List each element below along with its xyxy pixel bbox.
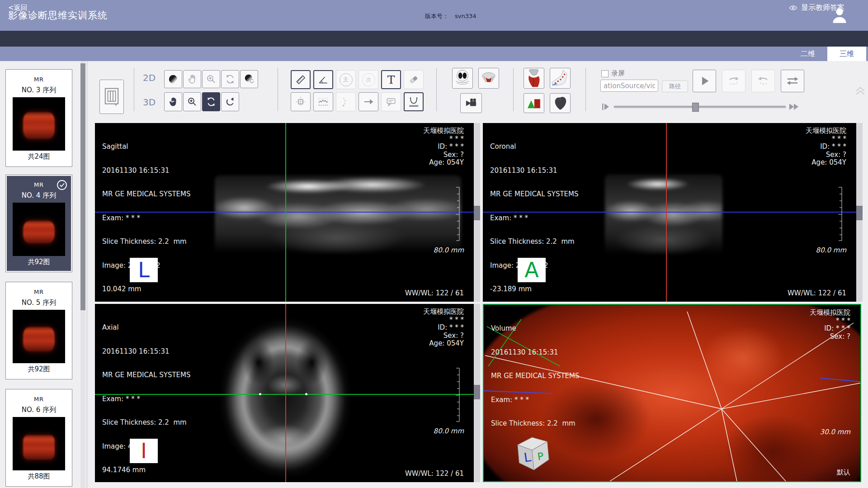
invert-window-button[interactable] [240, 70, 258, 88]
series-card-4[interactable]: MR NO. 4 序列 共92图 [5, 175, 72, 272]
pane-hospital: 天堰模拟医院 [810, 309, 850, 317]
pane-age: Age: 054Y [423, 159, 464, 167]
app-root: { "header": { "title": "影像诊断思维实训系统", "ve… [0, 0, 868, 488]
orientation-cube[interactable]: L P [509, 433, 551, 475]
pane-position: -23.189 mm [490, 285, 579, 294]
comment-annotation-button[interactable] [381, 92, 401, 111]
pelvis-animation-button[interactable] [478, 68, 499, 89]
video-path-input[interactable] [600, 80, 658, 92]
text-annotation-button[interactable]: T [381, 70, 401, 89]
series-card-3[interactable]: MR NO. 3 序列 共24图 [5, 69, 72, 167]
path-button[interactable]: 路径 [662, 81, 688, 92]
foot-animation-button[interactable] [550, 68, 571, 89]
zoom-2d-button[interactable] [202, 70, 220, 88]
arc-icon [340, 96, 352, 108]
pane-datetime: 20161130 16:15:31 [490, 167, 579, 175]
viewport-volume[interactable]: Volume 20161130 16:15:31 MR GE MEDICAL S… [483, 304, 861, 482]
primary-line-button[interactable]: 主 [336, 70, 356, 89]
animation-slider-track[interactable] [614, 106, 786, 108]
zoom-in-icon [187, 96, 198, 107]
curve-profile-button[interactable] [313, 92, 333, 111]
coronal-image [605, 175, 722, 254]
coronal-slice-scrollbar-thumb[interactable] [856, 206, 863, 220]
series-card-5[interactable]: MR NO. 5 序列 共92图 [5, 282, 72, 379]
reset-rotation-button[interactable] [221, 92, 239, 111]
viewport-coronal[interactable]: Coronal 20161130 16:15:31 MR GE MEDICAL … [483, 123, 856, 302]
step-start-icon [601, 103, 611, 111]
swap-arrows-icon [786, 74, 799, 88]
layout-selector-button[interactable] [99, 80, 124, 114]
series-modality: MR [34, 396, 44, 403]
pane-hospital: 天堰模拟医院 [806, 127, 846, 135]
hand-solid-icon [168, 96, 179, 107]
measure-angle-button[interactable] [313, 70, 333, 89]
step-last-button[interactable] [788, 103, 800, 113]
pane-stars: * * * [810, 317, 850, 325]
tab-2d[interactable]: 二维 [790, 47, 826, 61]
back-button[interactable]: <返回 [8, 4, 28, 12]
pan-3d-button[interactable] [164, 92, 182, 111]
crosshair-sync-button[interactable] [291, 92, 311, 111]
sidebar-divider [87, 61, 87, 488]
rotate-2d-button[interactable] [221, 70, 239, 88]
arc-tool-button[interactable] [336, 92, 356, 111]
record-screen-checkbox[interactable] [601, 70, 609, 77]
import-video-button[interactable] [460, 93, 482, 113]
check-circle-icon [56, 179, 68, 191]
rotate-3d-button[interactable] [202, 92, 220, 111]
viewport-sagittal[interactable]: Sagittal 20161130 16:15:31 MR GE MEDICAL… [95, 123, 474, 302]
swap-direction-button[interactable] [781, 70, 804, 92]
contrast-icon [167, 73, 179, 85]
window-level-2d-button[interactable] [164, 70, 182, 88]
play-animation-button[interactable] [693, 70, 716, 92]
loop-forward-button[interactable] [722, 70, 745, 92]
knee-animation-button[interactable] [524, 68, 544, 89]
axial-slice-scrollbar-thumb[interactable] [474, 385, 480, 399]
show-teacher-answer-button[interactable]: 显示教师答案 [789, 3, 844, 13]
sidebar-scrollbar-thumb[interactable] [80, 63, 85, 310]
step-first-button[interactable] [601, 103, 611, 113]
pane-position: 94.1746 mm [102, 466, 191, 474]
version-value: svn334 [455, 13, 476, 19]
pane-device: MR GE MEDICAL SYSTEMS [491, 372, 580, 380]
wwwl-label: WW/WL: 122 / 61 [405, 469, 464, 478]
axial-crosshair-vertical[interactable] [285, 304, 286, 482]
heart-3d-animation-button[interactable] [550, 93, 571, 113]
pane-datetime: 20161130 16:15:31 [102, 348, 191, 356]
secondary-line-button[interactable]: 次 [359, 70, 378, 89]
label-3d: 3D [143, 97, 156, 108]
series-name: NO. 5 序列 [22, 298, 56, 307]
loop-backward-icon [756, 74, 770, 88]
sagittal-slice-scrollbar-thumb[interactable] [474, 206, 480, 220]
chest-ct-animation-button[interactable] [452, 68, 473, 89]
curve-measure-button[interactable] [404, 92, 424, 111]
angle-icon [317, 73, 330, 86]
zoom-3d-button[interactable] [183, 92, 201, 111]
viewport-axial[interactable]: Axial 20161130 16:15:31 MR GE MEDICAL SY… [95, 304, 474, 482]
series-card-6[interactable]: MR NO. 6 序列 共88图 [5, 389, 72, 487]
collapse-toolbar-button[interactable] [854, 85, 866, 98]
orientation-marker: L [130, 258, 158, 282]
zoom-in-icon [206, 74, 217, 85]
toolbar-divider [436, 68, 437, 111]
series-thumbnail [13, 417, 65, 470]
airway-animation-button[interactable] [524, 93, 544, 113]
pan-2d-button[interactable] [183, 70, 201, 88]
wwwl-label: WW/WL: 122 / 61 [788, 289, 846, 297]
coronal-info-right: 天堰模拟医院 * * * ID: * * * Sex: ? Age: 054Y [806, 127, 846, 167]
measure-length-button[interactable] [291, 70, 311, 89]
axial-marker-dot [305, 393, 307, 395]
pane-stars: * * * [806, 135, 846, 143]
pane-device: MR GE MEDICAL SYSTEMS [490, 190, 579, 199]
eraser-button[interactable] [404, 70, 424, 89]
series-thumbnail [13, 310, 65, 363]
loop-backward-button[interactable] [751, 70, 775, 92]
arrow-annotation-button[interactable] [359, 92, 378, 111]
scale-ruler [455, 367, 461, 422]
pane-title: Volume [491, 325, 580, 333]
pane-stars: * * * [423, 316, 464, 324]
sagittal-crosshair-vertical[interactable] [285, 123, 286, 302]
tab-3d[interactable]: 三维 [827, 47, 866, 61]
animation-slider-handle[interactable] [692, 103, 699, 112]
coronal-crosshair-vertical[interactable] [666, 123, 667, 302]
